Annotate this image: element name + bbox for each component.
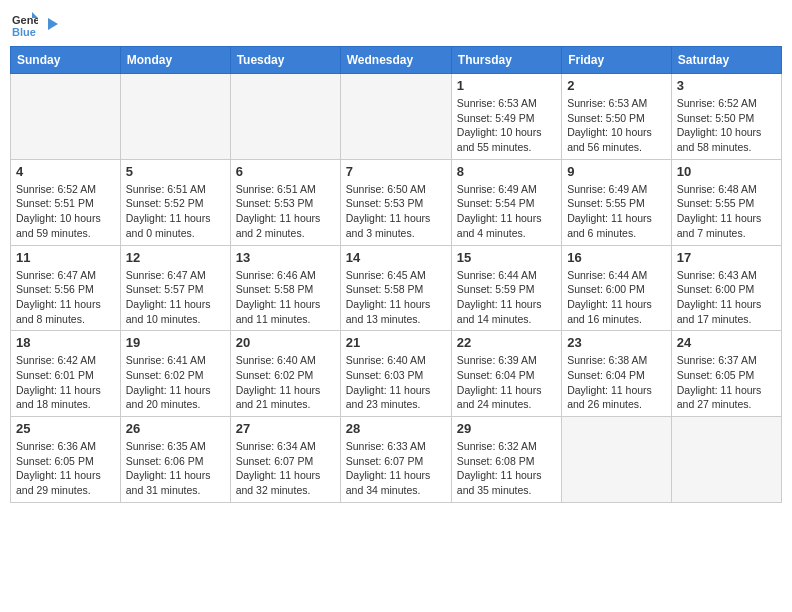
weekday-header: Tuesday xyxy=(230,47,340,74)
calendar-cell: 18Sunrise: 6:42 AM Sunset: 6:01 PM Dayli… xyxy=(11,331,121,417)
day-info: Sunrise: 6:44 AM Sunset: 6:00 PM Dayligh… xyxy=(567,268,666,327)
day-info: Sunrise: 6:53 AM Sunset: 5:50 PM Dayligh… xyxy=(567,96,666,155)
day-info: Sunrise: 6:34 AM Sunset: 6:07 PM Dayligh… xyxy=(236,439,335,498)
calendar-cell xyxy=(120,74,230,160)
day-number: 10 xyxy=(677,164,776,179)
calendar-cell: 14Sunrise: 6:45 AM Sunset: 5:58 PM Dayli… xyxy=(340,245,451,331)
calendar-cell: 19Sunrise: 6:41 AM Sunset: 6:02 PM Dayli… xyxy=(120,331,230,417)
day-info: Sunrise: 6:52 AM Sunset: 5:51 PM Dayligh… xyxy=(16,182,115,241)
calendar-header-row: SundayMondayTuesdayWednesdayThursdayFrid… xyxy=(11,47,782,74)
calendar-cell: 17Sunrise: 6:43 AM Sunset: 6:00 PM Dayli… xyxy=(671,245,781,331)
day-number: 6 xyxy=(236,164,335,179)
day-info: Sunrise: 6:52 AM Sunset: 5:50 PM Dayligh… xyxy=(677,96,776,155)
calendar-cell: 7Sunrise: 6:50 AM Sunset: 5:53 PM Daylig… xyxy=(340,159,451,245)
weekday-header: Saturday xyxy=(671,47,781,74)
calendar-cell: 10Sunrise: 6:48 AM Sunset: 5:55 PM Dayli… xyxy=(671,159,781,245)
calendar-cell: 8Sunrise: 6:49 AM Sunset: 5:54 PM Daylig… xyxy=(451,159,561,245)
calendar-cell: 15Sunrise: 6:44 AM Sunset: 5:59 PM Dayli… xyxy=(451,245,561,331)
day-number: 17 xyxy=(677,250,776,265)
calendar-cell xyxy=(562,417,672,503)
day-number: 2 xyxy=(567,78,666,93)
day-info: Sunrise: 6:33 AM Sunset: 6:07 PM Dayligh… xyxy=(346,439,446,498)
day-number: 29 xyxy=(457,421,556,436)
day-info: Sunrise: 6:47 AM Sunset: 5:56 PM Dayligh… xyxy=(16,268,115,327)
day-number: 23 xyxy=(567,335,666,350)
svg-marker-3 xyxy=(48,18,58,30)
day-number: 13 xyxy=(236,250,335,265)
logo: General Blue xyxy=(10,10,60,38)
day-number: 26 xyxy=(126,421,225,436)
page-header: General Blue xyxy=(10,10,782,38)
day-number: 3 xyxy=(677,78,776,93)
calendar-cell xyxy=(340,74,451,160)
calendar-cell: 5Sunrise: 6:51 AM Sunset: 5:52 PM Daylig… xyxy=(120,159,230,245)
day-info: Sunrise: 6:47 AM Sunset: 5:57 PM Dayligh… xyxy=(126,268,225,327)
day-info: Sunrise: 6:49 AM Sunset: 5:54 PM Dayligh… xyxy=(457,182,556,241)
logo-icon: General Blue xyxy=(10,10,38,38)
day-info: Sunrise: 6:32 AM Sunset: 6:08 PM Dayligh… xyxy=(457,439,556,498)
calendar-cell: 12Sunrise: 6:47 AM Sunset: 5:57 PM Dayli… xyxy=(120,245,230,331)
day-info: Sunrise: 6:42 AM Sunset: 6:01 PM Dayligh… xyxy=(16,353,115,412)
calendar-week-row: 18Sunrise: 6:42 AM Sunset: 6:01 PM Dayli… xyxy=(11,331,782,417)
day-info: Sunrise: 6:49 AM Sunset: 5:55 PM Dayligh… xyxy=(567,182,666,241)
weekday-header: Sunday xyxy=(11,47,121,74)
day-number: 12 xyxy=(126,250,225,265)
calendar-cell xyxy=(671,417,781,503)
calendar-cell: 24Sunrise: 6:37 AM Sunset: 6:05 PM Dayli… xyxy=(671,331,781,417)
calendar-cell: 6Sunrise: 6:51 AM Sunset: 5:53 PM Daylig… xyxy=(230,159,340,245)
day-number: 22 xyxy=(457,335,556,350)
day-info: Sunrise: 6:41 AM Sunset: 6:02 PM Dayligh… xyxy=(126,353,225,412)
day-info: Sunrise: 6:39 AM Sunset: 6:04 PM Dayligh… xyxy=(457,353,556,412)
day-info: Sunrise: 6:46 AM Sunset: 5:58 PM Dayligh… xyxy=(236,268,335,327)
day-number: 7 xyxy=(346,164,446,179)
day-number: 25 xyxy=(16,421,115,436)
calendar-cell: 29Sunrise: 6:32 AM Sunset: 6:08 PM Dayli… xyxy=(451,417,561,503)
day-info: Sunrise: 6:40 AM Sunset: 6:03 PM Dayligh… xyxy=(346,353,446,412)
calendar-cell: 1Sunrise: 6:53 AM Sunset: 5:49 PM Daylig… xyxy=(451,74,561,160)
day-number: 16 xyxy=(567,250,666,265)
day-number: 14 xyxy=(346,250,446,265)
day-info: Sunrise: 6:35 AM Sunset: 6:06 PM Dayligh… xyxy=(126,439,225,498)
weekday-header: Monday xyxy=(120,47,230,74)
svg-text:Blue: Blue xyxy=(12,26,36,38)
day-number: 9 xyxy=(567,164,666,179)
day-number: 24 xyxy=(677,335,776,350)
day-info: Sunrise: 6:53 AM Sunset: 5:49 PM Dayligh… xyxy=(457,96,556,155)
day-number: 27 xyxy=(236,421,335,436)
calendar-table: SundayMondayTuesdayWednesdayThursdayFrid… xyxy=(10,46,782,503)
calendar-week-row: 25Sunrise: 6:36 AM Sunset: 6:05 PM Dayli… xyxy=(11,417,782,503)
day-number: 5 xyxy=(126,164,225,179)
day-number: 28 xyxy=(346,421,446,436)
calendar-cell: 26Sunrise: 6:35 AM Sunset: 6:06 PM Dayli… xyxy=(120,417,230,503)
day-info: Sunrise: 6:37 AM Sunset: 6:05 PM Dayligh… xyxy=(677,353,776,412)
day-info: Sunrise: 6:48 AM Sunset: 5:55 PM Dayligh… xyxy=(677,182,776,241)
calendar-cell: 16Sunrise: 6:44 AM Sunset: 6:00 PM Dayli… xyxy=(562,245,672,331)
day-number: 20 xyxy=(236,335,335,350)
calendar-cell: 4Sunrise: 6:52 AM Sunset: 5:51 PM Daylig… xyxy=(11,159,121,245)
weekday-header: Wednesday xyxy=(340,47,451,74)
day-number: 19 xyxy=(126,335,225,350)
calendar-cell: 9Sunrise: 6:49 AM Sunset: 5:55 PM Daylig… xyxy=(562,159,672,245)
day-number: 11 xyxy=(16,250,115,265)
calendar-cell xyxy=(11,74,121,160)
calendar-cell: 13Sunrise: 6:46 AM Sunset: 5:58 PM Dayli… xyxy=(230,245,340,331)
calendar-cell: 22Sunrise: 6:39 AM Sunset: 6:04 PM Dayli… xyxy=(451,331,561,417)
calendar-cell: 25Sunrise: 6:36 AM Sunset: 6:05 PM Dayli… xyxy=(11,417,121,503)
day-number: 15 xyxy=(457,250,556,265)
logo-arrow-icon xyxy=(44,16,60,32)
day-number: 1 xyxy=(457,78,556,93)
weekday-header: Friday xyxy=(562,47,672,74)
calendar-cell xyxy=(230,74,340,160)
calendar-cell: 21Sunrise: 6:40 AM Sunset: 6:03 PM Dayli… xyxy=(340,331,451,417)
day-number: 18 xyxy=(16,335,115,350)
day-info: Sunrise: 6:40 AM Sunset: 6:02 PM Dayligh… xyxy=(236,353,335,412)
weekday-header: Thursday xyxy=(451,47,561,74)
calendar-cell: 11Sunrise: 6:47 AM Sunset: 5:56 PM Dayli… xyxy=(11,245,121,331)
day-info: Sunrise: 6:38 AM Sunset: 6:04 PM Dayligh… xyxy=(567,353,666,412)
day-info: Sunrise: 6:50 AM Sunset: 5:53 PM Dayligh… xyxy=(346,182,446,241)
calendar-cell: 23Sunrise: 6:38 AM Sunset: 6:04 PM Dayli… xyxy=(562,331,672,417)
day-info: Sunrise: 6:51 AM Sunset: 5:52 PM Dayligh… xyxy=(126,182,225,241)
calendar-cell: 20Sunrise: 6:40 AM Sunset: 6:02 PM Dayli… xyxy=(230,331,340,417)
day-info: Sunrise: 6:44 AM Sunset: 5:59 PM Dayligh… xyxy=(457,268,556,327)
calendar-week-row: 11Sunrise: 6:47 AM Sunset: 5:56 PM Dayli… xyxy=(11,245,782,331)
